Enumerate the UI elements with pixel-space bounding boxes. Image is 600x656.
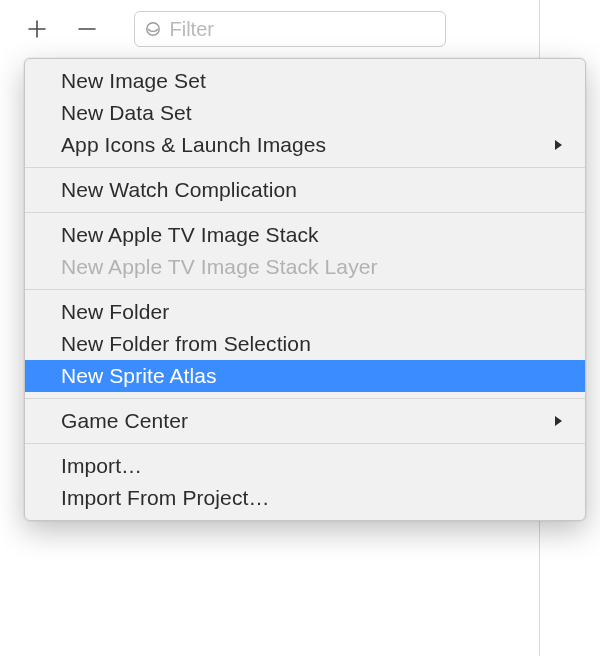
menu-item[interactable]: New Folder <box>25 296 585 328</box>
filter-wrap <box>134 11 446 47</box>
menu-item-label: New Apple TV Image Stack <box>61 223 565 247</box>
menu-item[interactable]: Import From Project… <box>25 482 585 514</box>
menu-item-label: New Sprite Atlas <box>61 364 565 388</box>
menu-item-label: Import From Project… <box>61 486 565 510</box>
menu-item[interactable]: New Data Set <box>25 97 585 129</box>
menu-separator <box>25 167 585 168</box>
menu-item[interactable]: New Image Set <box>25 65 585 97</box>
menu-item[interactable]: New Sprite Atlas <box>25 360 585 392</box>
filter-input[interactable] <box>169 18 435 41</box>
menu-item[interactable]: New Folder from Selection <box>25 328 585 360</box>
menu-item[interactable]: New Watch Complication <box>25 174 585 206</box>
menu-item: New Apple TV Image Stack Layer <box>25 251 585 283</box>
menu-item-label: New Apple TV Image Stack Layer <box>61 255 565 279</box>
context-menu[interactable]: New Image SetNew Data SetApp Icons & Lau… <box>24 58 586 521</box>
submenu-arrow-icon <box>553 415 565 427</box>
filter-field[interactable] <box>134 11 446 47</box>
remove-button[interactable] <box>76 18 98 40</box>
menu-item-label: New Watch Complication <box>61 178 565 202</box>
menu-item-label: New Folder <box>61 300 565 324</box>
menu-item-label: Game Center <box>61 409 545 433</box>
menu-separator <box>25 443 585 444</box>
menu-item-label: Import… <box>61 454 565 478</box>
menu-item-label: New Data Set <box>61 101 565 125</box>
plus-icon <box>28 20 46 38</box>
menu-item[interactable]: New Apple TV Image Stack <box>25 219 585 251</box>
menu-separator <box>25 289 585 290</box>
filter-icon <box>145 20 161 38</box>
submenu-arrow-icon <box>553 139 565 151</box>
menu-separator <box>25 398 585 399</box>
menu-item-label: App Icons & Launch Images <box>61 133 545 157</box>
menu-item[interactable]: Import… <box>25 450 585 482</box>
menu-separator <box>25 212 585 213</box>
bottom-toolbar <box>0 0 490 58</box>
menu-item-label: New Folder from Selection <box>61 332 565 356</box>
menu-item-label: New Image Set <box>61 69 565 93</box>
add-button[interactable] <box>26 18 48 40</box>
menu-item[interactable]: App Icons & Launch Images <box>25 129 585 161</box>
minus-icon <box>78 20 96 38</box>
menu-item[interactable]: Game Center <box>25 405 585 437</box>
